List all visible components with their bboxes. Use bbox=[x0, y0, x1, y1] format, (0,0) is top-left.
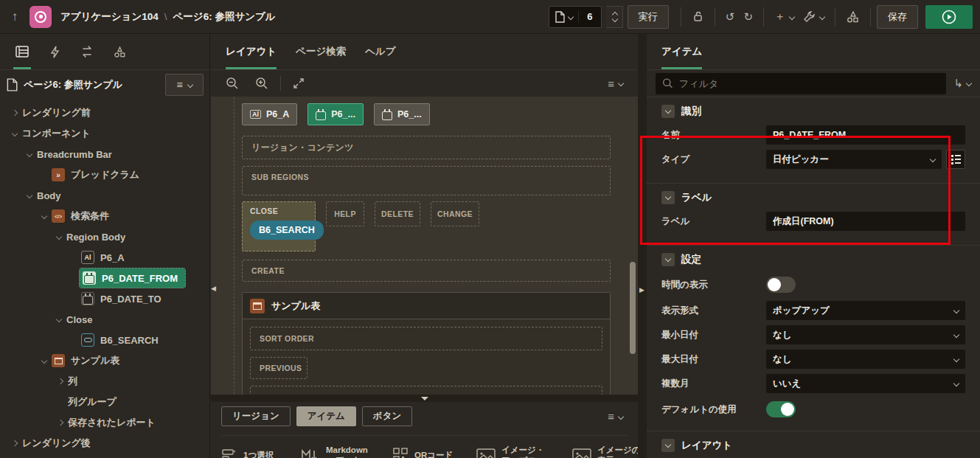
chevron-right-icon[interactable] bbox=[53, 420, 68, 425]
tab-rendering[interactable] bbox=[6, 34, 38, 69]
chevron-down-icon[interactable] bbox=[7, 131, 22, 136]
chevron-right-icon[interactable] bbox=[7, 111, 22, 115]
tree-item-search-region[interactable]: </> 検索条件 bbox=[0, 206, 209, 226]
close-position-slot[interactable]: CLOSE B6_SEARCH bbox=[242, 201, 316, 251]
canvas-item-p6-date-to[interactable]: P6_... bbox=[374, 103, 430, 125]
chevron-right-icon[interactable] bbox=[53, 379, 68, 384]
chevron-down-icon[interactable] bbox=[52, 317, 66, 322]
property-filter[interactable] bbox=[656, 73, 946, 94]
tree-item-post-rendering[interactable]: レンダリング後 bbox=[0, 433, 209, 454]
gallery-tab-buttons[interactable]: ボタン bbox=[362, 406, 412, 426]
gallery-item-image-upload[interactable]: イメージ・ アップロー bbox=[476, 445, 553, 458]
sort-order-slot[interactable]: SORT ORDER bbox=[250, 327, 602, 350]
label-input[interactable] bbox=[766, 212, 965, 231]
go-to-group-icon[interactable]: ↳ bbox=[953, 77, 971, 90]
tab-page-search[interactable]: ページ検索 bbox=[296, 34, 346, 69]
zoom-out-icon[interactable] bbox=[221, 74, 243, 93]
tab-processing[interactable] bbox=[71, 34, 103, 69]
lock-icon[interactable] bbox=[687, 7, 709, 26]
use-defaults-toggle[interactable] bbox=[766, 401, 796, 417]
tree-item-components[interactable]: コンポーネント bbox=[0, 123, 209, 144]
chevron-down-icon[interactable] bbox=[22, 152, 37, 156]
tab-item-properties[interactable]: アイテム bbox=[661, 34, 702, 69]
zoom-in-icon[interactable] bbox=[251, 74, 273, 93]
layout-menu-button[interactable]: ≡ bbox=[603, 74, 628, 93]
chevron-down-icon[interactable] bbox=[37, 214, 52, 218]
canvas-button-b6-search[interactable]: B6_SEARCH bbox=[250, 221, 324, 240]
sample-table-region[interactable]: サンプル表 SORT ORDER PREVIOUS REGION BODY bbox=[242, 292, 611, 395]
canvas-item-p6-date-from[interactable]: P6_... bbox=[307, 103, 364, 125]
tree-item-breadcrumb-bar[interactable]: Breadcrumb Bar bbox=[0, 144, 209, 164]
tree-menu-button[interactable]: ≡ bbox=[165, 74, 204, 96]
collapse-left-icon[interactable]: ◀ bbox=[211, 285, 216, 292]
tab-help[interactable]: ヘルプ bbox=[365, 34, 395, 69]
help-position-slot[interactable]: HELP bbox=[326, 201, 364, 226]
delete-position-slot[interactable]: DELETE bbox=[375, 201, 420, 226]
tab-page-shared-components[interactable] bbox=[103, 34, 136, 69]
max-date-select[interactable]: なし bbox=[766, 350, 965, 369]
create-menu-button[interactable]: ＋ bbox=[770, 7, 799, 27]
tab-layout[interactable]: レイアウト bbox=[226, 34, 277, 69]
collapse-chevron-icon[interactable] bbox=[661, 191, 675, 204]
tree-item-close[interactable]: Close bbox=[0, 309, 209, 330]
gallery-menu-button[interactable]: ≡ bbox=[603, 407, 628, 426]
chevron-down-icon[interactable] bbox=[37, 358, 52, 363]
tree-item-p6-date-to[interactable]: P6_DATE_TO bbox=[0, 288, 209, 309]
save-and-run-button[interactable] bbox=[925, 5, 973, 29]
chevron-down-icon[interactable] bbox=[22, 193, 37, 198]
type-quick-pick-button[interactable] bbox=[946, 150, 965, 169]
gallery-splitter[interactable] bbox=[211, 395, 638, 402]
page-stepper[interactable] bbox=[606, 6, 623, 28]
gallery-item-qr-code[interactable]: QRコード bbox=[392, 445, 457, 458]
region-body-slot[interactable]: REGION BODY bbox=[250, 386, 602, 395]
run-settings-button[interactable]: 実行 bbox=[628, 5, 669, 29]
collapse-chevron-icon[interactable] bbox=[661, 439, 675, 452]
right-splitter[interactable] bbox=[638, 34, 647, 458]
tree-item-p6-a[interactable]: Al P6_A bbox=[0, 247, 209, 268]
tree-item-body[interactable]: Body bbox=[0, 185, 209, 206]
canvas-scrollbar[interactable] bbox=[630, 262, 636, 354]
splitter-handle-icon[interactable] bbox=[421, 397, 428, 400]
shared-components-icon[interactable] bbox=[841, 7, 864, 27]
region-content-slot[interactable]: リージョン・コンテンツ bbox=[242, 136, 611, 159]
redo-icon[interactable]: ↻ bbox=[739, 7, 757, 27]
collapse-chevron-icon[interactable] bbox=[661, 253, 675, 266]
canvas-item-p6-a[interactable]: Al P6_A bbox=[242, 103, 297, 125]
gallery-item-markdown-editor[interactable]: Markdown エディタ bbox=[301, 445, 373, 458]
page-number[interactable]: 6 bbox=[579, 11, 601, 22]
breadcrumb-app[interactable]: アプリケーション104 bbox=[60, 10, 159, 24]
gallery-item-image-display[interactable]: イメージの 表示 bbox=[572, 445, 644, 458]
tree-item-columns[interactable]: 列 bbox=[0, 371, 209, 392]
chevron-down-icon[interactable] bbox=[52, 235, 66, 239]
gallery-item-select-one[interactable]: 1つ選択 bbox=[221, 445, 282, 458]
tree-item-b6-search[interactable]: B6_SEARCH bbox=[0, 330, 209, 350]
tree-item-breadcrumb[interactable]: » ブレッドクラム bbox=[0, 164, 209, 185]
section-settings-header[interactable]: 設定 bbox=[661, 253, 965, 266]
tree-item-region-body[interactable]: Region Body bbox=[0, 226, 209, 247]
show-time-toggle[interactable] bbox=[766, 277, 796, 293]
chevron-right-icon[interactable] bbox=[7, 441, 22, 445]
tree-item-saved-reports[interactable]: 保存されたレポート bbox=[0, 412, 209, 433]
page-selector[interactable]: 6 bbox=[549, 6, 602, 28]
previous-slot[interactable]: PREVIOUS bbox=[250, 357, 307, 379]
change-position-slot[interactable]: CHANGE bbox=[431, 201, 479, 226]
save-button[interactable]: 保存 bbox=[877, 5, 918, 29]
chevron-down-icon[interactable] bbox=[612, 15, 618, 21]
sub-regions-slot[interactable]: SUB REGIONS bbox=[242, 166, 611, 195]
back-up-icon[interactable]: ↑ bbox=[0, 10, 29, 24]
section-layout-header[interactable]: レイアウト bbox=[661, 439, 965, 452]
tree-item-column-groups[interactable]: 列グループ bbox=[0, 392, 209, 412]
filter-input[interactable] bbox=[679, 78, 939, 89]
section-label-header[interactable]: ラベル bbox=[661, 191, 965, 204]
tree-item-sample-table[interactable]: サンプル表 bbox=[0, 350, 209, 371]
display-as-select[interactable]: ポップアップ bbox=[766, 301, 965, 320]
name-input[interactable] bbox=[766, 125, 965, 145]
create-position-slot[interactable]: CREATE bbox=[242, 260, 611, 282]
collapse-chevron-icon[interactable] bbox=[661, 105, 675, 118]
collapse-right-icon[interactable]: ▶ bbox=[639, 286, 644, 294]
expand-icon[interactable] bbox=[288, 74, 309, 92]
multi-month-select[interactable]: いいえ bbox=[766, 374, 965, 393]
app-logo-icon[interactable] bbox=[29, 6, 52, 28]
section-identification-header[interactable]: 識別 bbox=[661, 105, 965, 118]
tab-dynamic-actions[interactable] bbox=[38, 34, 71, 69]
